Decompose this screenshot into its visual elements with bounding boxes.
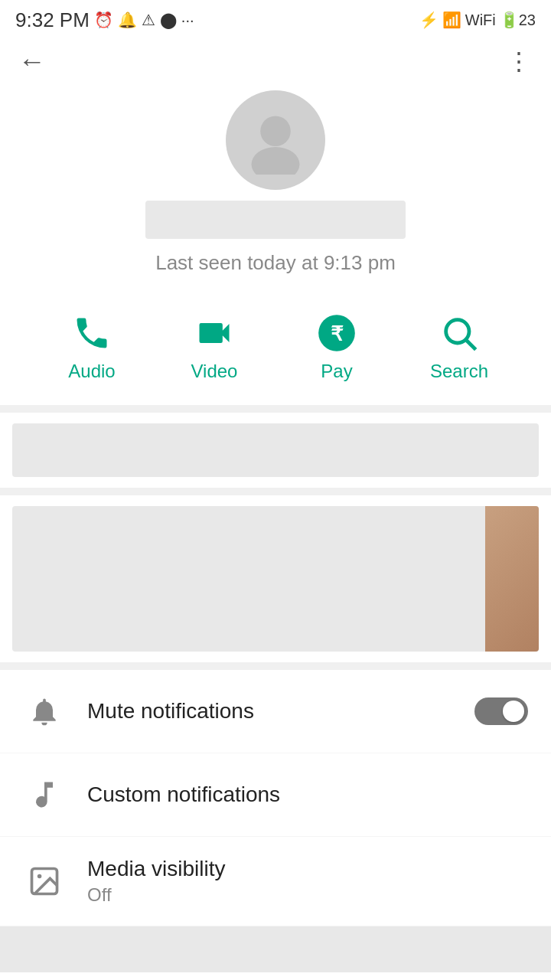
svg-line-5 [467,341,476,350]
info-block-1 [12,423,539,477]
audio-call-button[interactable]: Audio [54,313,130,382]
circle-icon: ⬤ [160,11,177,29]
media-grid[interactable] [12,506,539,652]
media-section [0,495,551,662]
mute-notifications-item[interactable]: Mute notifications [0,670,551,753]
custom-notifications-item[interactable]: Custom notifications [0,753,551,837]
avatar-icon [226,90,325,190]
mute-toggle[interactable] [474,697,528,725]
svg-point-0 [260,116,291,147]
image-icon [23,860,66,903]
music-note-icon [23,773,66,816]
video-label: Video [191,361,238,382]
media-visibility-title: Media visibility [87,857,528,881]
bottom-section [0,926,551,972]
bell-icon [23,690,66,733]
back-button[interactable]: ← [18,47,46,75]
profile-section: Last seen today at 9:13 pm [0,83,551,298]
divider-2 [0,488,551,495]
svg-text:₹: ₹ [331,322,344,345]
video-icon [194,313,234,353]
battery-icon: 🔋23 [500,11,536,29]
custom-notifications-content: Custom notifications [87,782,528,807]
bluetooth-icon: ⚡ [419,11,439,29]
more-options-button[interactable]: ⋮ [507,49,533,74]
action-buttons-row: Audio Video ₹ Pay Search [0,298,551,405]
mute-notifications-title: Mute notifications [87,699,462,724]
info-block-section [0,413,551,488]
status-right-icons: ⚡ 📶 WiFi 🔋23 [419,11,536,29]
time-text: 9:32 PM [15,8,90,32]
wifi-icon: WiFi [465,11,496,29]
toggle-knob [503,701,524,722]
warning-icon: ⚠ [142,11,155,29]
pay-icon: ₹ [317,313,357,353]
media-thumbnail [485,506,539,652]
phone-icon [72,313,112,353]
custom-notifications-title: Custom notifications [87,782,528,807]
svg-point-7 [37,874,42,879]
search-button[interactable]: Search [421,313,497,382]
status-time: 9:32 PM ⏰ 🔔 ⚠ ⬤ ··· [15,8,194,32]
svg-point-1 [252,147,300,175]
divider-1 [0,405,551,413]
pay-button[interactable]: ₹ Pay [298,313,375,382]
last-seen-text: Last seen today at 9:13 pm [155,251,396,275]
contact-name-placeholder [145,201,406,239]
toggle-switch[interactable] [474,697,528,725]
audio-label: Audio [68,361,115,382]
signal-icon: 📶 [442,11,461,29]
search-icon [439,313,479,353]
pay-label: Pay [321,361,352,382]
top-nav: ← ⋮ [0,40,551,83]
divider-3 [0,662,551,670]
svg-point-4 [446,320,469,343]
mute-notifications-content: Mute notifications [87,699,462,724]
video-call-button[interactable]: Video [176,313,253,382]
media-visibility-subtitle: Off [87,884,528,906]
avatar [226,90,325,190]
settings-section: Mute notifications Custom notifications [0,670,551,926]
alarm-icon: ⏰ [94,11,113,29]
dots-icon: ··· [181,11,194,29]
media-visibility-content: Media visibility Off [87,857,528,906]
status-bar: 9:32 PM ⏰ 🔔 ⚠ ⬤ ··· ⚡ 📶 WiFi 🔋23 [0,0,551,40]
vibrate-icon: 🔔 [118,11,137,29]
media-visibility-item[interactable]: Media visibility Off [0,837,551,926]
search-label: Search [430,361,488,382]
